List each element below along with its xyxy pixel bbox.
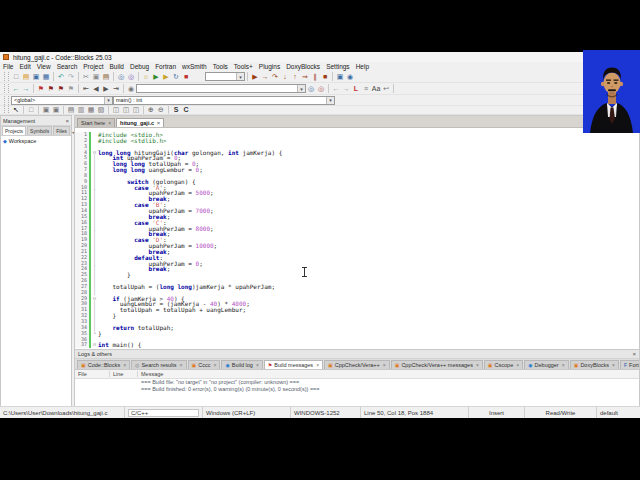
close-icon[interactable]: ×: [383, 362, 386, 368]
menu-settings[interactable]: Settings: [323, 63, 353, 70]
editor-tab-hitung-gaji-c[interactable]: hitung_gaji.c×: [116, 118, 164, 127]
abort-build-icon[interactable]: ■: [181, 72, 191, 82]
cut-icon[interactable]: ✂: [81, 72, 91, 82]
management-close-icon[interactable]: ×: [65, 118, 69, 124]
close-icon[interactable]: ×: [316, 362, 319, 368]
next-instruction-icon[interactable]: ⇒: [300, 72, 310, 82]
stop-debugger-icon[interactable]: ■: [320, 72, 330, 82]
close-icon[interactable]: ×: [180, 362, 183, 368]
goto-block-end-icon[interactable]: ⇥: [111, 84, 121, 94]
prev-bookmark-icon[interactable]: ⚑: [46, 84, 56, 94]
incremental-search-combo[interactable]: ▾: [136, 84, 306, 93]
menu-doxyblocks[interactable]: DoxyBlocks: [283, 63, 323, 70]
match-case-icon[interactable]: Aa: [371, 84, 381, 94]
zoom-in-icon[interactable]: ⊕: [146, 106, 156, 115]
copy-icon[interactable]: ▣: [91, 72, 101, 82]
menu-file[interactable]: File: [0, 63, 16, 70]
menu-view[interactable]: View: [34, 63, 54, 70]
menu-help[interactable]: Help: [353, 63, 372, 70]
next-line-icon[interactable]: ↷: [270, 72, 280, 82]
fold-toggle-icon[interactable]: ⊟: [91, 342, 98, 348]
wrap-search-icon[interactable]: ↩: [381, 84, 391, 94]
selected-only-icon[interactable]: ≡: [361, 84, 371, 94]
logs-tab-doxyblocks[interactable]: ▣DoxyBlocks×: [570, 360, 619, 369]
close-icon[interactable]: ×: [516, 362, 519, 368]
highlight-occurrences-icon[interactable]: L: [351, 84, 361, 94]
flex-sizer-icon[interactable]: ▧: [96, 106, 106, 115]
step-into-icon[interactable]: ↓: [280, 72, 290, 82]
paste-icon[interactable]: ▤: [101, 72, 111, 82]
management-tab-symbols[interactable]: Symbols: [27, 126, 52, 135]
menu-fortran[interactable]: Fortran: [152, 63, 179, 70]
undo-icon[interactable]: ↶: [56, 72, 66, 82]
management-tab-files[interactable]: Files: [53, 126, 70, 135]
logs-tab-debugger[interactable]: ◉Debugger×: [524, 360, 568, 369]
close-icon[interactable]: ×: [157, 120, 160, 126]
logs-close-icon[interactable]: ×: [632, 351, 636, 357]
close-icon[interactable]: ×: [213, 362, 216, 368]
step-out-icon[interactable]: ↑: [290, 72, 300, 82]
logs-tab-build-log[interactable]: ◉Build log×: [221, 360, 262, 369]
logs-tab-cscope[interactable]: ▣Cscope×: [484, 360, 523, 369]
build-target-combo[interactable]: ▾: [205, 72, 245, 81]
spellcheck-icon[interactable]: S: [171, 106, 181, 115]
toolbar-grip[interactable]: [4, 106, 9, 115]
various-info-icon[interactable]: ◉: [345, 72, 355, 82]
search-options-icon[interactable]: ◎: [316, 84, 326, 94]
save-icon[interactable]: ▣: [31, 72, 41, 82]
redo-icon[interactable]: ↷: [66, 72, 76, 82]
break-debugger-icon[interactable]: ∥: [310, 72, 320, 82]
clear-bookmarks-icon[interactable]: ⚑: [66, 84, 76, 94]
management-tab-projects[interactable]: Projects: [2, 126, 26, 135]
debug-continue-icon[interactable]: ▶: [250, 72, 260, 82]
code-editor[interactable]: 1#include <stdio.h>2#include <stdlib.h>3…: [75, 128, 639, 353]
toolbar-grip[interactable]: [4, 96, 9, 105]
goto-next-position-icon[interactable]: →: [21, 84, 31, 94]
menu-wxsmith[interactable]: wxSmith: [179, 63, 210, 70]
run-icon[interactable]: ▶: [151, 72, 161, 82]
toolbar-grip[interactable]: [4, 84, 9, 93]
editor-tab-start-here[interactable]: Start here×: [77, 118, 115, 127]
rebuild-icon[interactable]: ↻: [171, 72, 181, 82]
sizer-v-icon[interactable]: ▥: [76, 106, 86, 115]
scope-combo[interactable]: <global>▾: [11, 96, 113, 105]
chevron-down-icon[interactable]: ▾: [326, 97, 334, 104]
toolbar-grip[interactable]: [4, 72, 9, 81]
grid-sizer-icon[interactable]: ▦: [86, 106, 96, 115]
split-v-icon[interactable]: ◫: [121, 106, 131, 115]
tree-item-workspace[interactable]: ◆Workspace: [3, 138, 71, 144]
menu-tools[interactable]: Tools+: [231, 63, 256, 70]
debugging-windows-icon[interactable]: ▣: [335, 72, 345, 82]
logs-tab-code-blocks[interactable]: ▣Code::Blocks×: [77, 360, 130, 369]
menu-build[interactable]: Build: [107, 63, 127, 70]
panel-tool-icon[interactable]: ▣: [41, 106, 51, 115]
close-icon[interactable]: ×: [476, 362, 479, 368]
chevron-down-icon[interactable]: ▾: [297, 85, 305, 92]
save-all-icon[interactable]: ▦: [41, 72, 51, 82]
menu-debug[interactable]: Debug: [127, 63, 152, 70]
goto-prev-position-icon[interactable]: ←: [11, 84, 21, 94]
close-icon[interactable]: ×: [256, 362, 259, 368]
dialog-tool-icon[interactable]: ▣: [51, 106, 61, 115]
build-icon[interactable]: ☼: [141, 72, 151, 82]
menu-plugins[interactable]: Plugins: [256, 63, 283, 70]
new-file-icon[interactable]: □: [11, 72, 21, 82]
highlight-mode-icon[interactable]: ◉: [126, 84, 136, 94]
build-and-run-icon[interactable]: ▶: [161, 72, 171, 82]
goto-block-start-icon[interactable]: ⇤: [81, 84, 91, 94]
logs-tab-search-results[interactable]: ◎Search results×: [131, 360, 186, 369]
close-icon[interactable]: ×: [123, 362, 126, 368]
split-h-icon[interactable]: ◫: [111, 106, 121, 115]
menu-tools[interactable]: Tools: [210, 63, 231, 70]
logs-tab-cppcheck-vera[interactable]: ▣CppCheck/Vera++×: [324, 360, 390, 369]
menu-project[interactable]: Project: [80, 63, 106, 70]
open-file-icon[interactable]: ▤: [21, 72, 31, 82]
toggle-bookmark-icon[interactable]: ⚑: [36, 84, 46, 94]
search-icon[interactable]: ◎: [306, 84, 316, 94]
search-next-icon[interactable]: →: [341, 84, 351, 94]
close-icon[interactable]: ×: [612, 362, 615, 368]
menu-edit[interactable]: Edit: [16, 63, 33, 70]
goto-prev-block-icon[interactable]: ◀: [91, 84, 101, 94]
search-prev-icon[interactable]: ←: [331, 84, 341, 94]
replace-icon[interactable]: ◎: [126, 72, 136, 82]
